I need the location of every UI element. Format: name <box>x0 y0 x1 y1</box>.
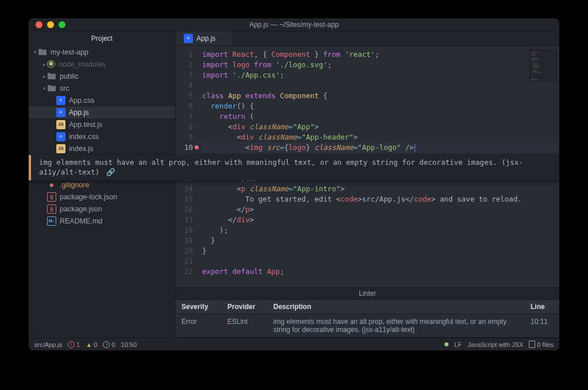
cell-severity: Error <box>176 314 222 338</box>
status-path[interactable]: src/App.js <box>34 341 62 348</box>
js-icon: JS <box>56 120 65 129</box>
lint-tooltip: img elements must have an alt prop, eith… <box>29 155 559 180</box>
cell-provider: ESLint <box>222 314 268 338</box>
window-title: App.js — ~/Sites/my-test-app <box>29 21 559 29</box>
col-provider[interactable]: Provider <box>222 300 268 314</box>
tree-item[interactable]: JSApp.test.js <box>29 118 175 130</box>
editor-window: App.js — ~/Sites/my-test-app Project ▾my… <box>29 18 559 350</box>
tree-item-label: App.js <box>69 109 89 117</box>
cell-description: img elements must have an alt prop, eith… <box>268 314 525 338</box>
linter-table: Severity Provider Description Line Error… <box>176 300 559 338</box>
linter-title: Linter <box>176 288 559 300</box>
code-line[interactable]: <p className="App-intro"> <box>202 184 559 194</box>
code-line[interactable]: class App extends Component { <box>202 91 559 101</box>
js-icon: JS <box>56 144 65 153</box>
code-line[interactable]: </p> <box>202 204 559 215</box>
status-bar: src/App.js !1 ▲0 i0 10:50 LF JavaScript … <box>29 338 559 350</box>
code-line[interactable]: import logo from './logo.svg'; <box>202 60 559 70</box>
maximize-icon[interactable] <box>59 21 65 28</box>
file-icon: ≡ <box>184 34 193 43</box>
tree-item[interactable]: ≡index.css <box>29 130 175 142</box>
css-icon: ≡ <box>56 96 65 105</box>
code-line[interactable]: import React, { Component } from 'react'… <box>202 49 559 60</box>
col-severity[interactable]: Severity <box>176 300 222 314</box>
code-line[interactable]: <div className="App"> <box>202 122 559 132</box>
tree-item[interactable]: {}package-lock.json <box>29 191 175 203</box>
tree-item[interactable]: M↓README.md <box>29 215 175 227</box>
tree-item-label: index.js <box>69 145 93 153</box>
chevron-icon: ▸ <box>41 74 47 79</box>
code-line[interactable]: </div> <box>202 215 559 225</box>
code-line[interactable]: } <box>202 235 559 246</box>
linter-panel: Linter Severity Provider Description Lin… <box>176 287 559 338</box>
tree-item[interactable]: ≡App.css <box>29 94 175 106</box>
code-line[interactable]: } <box>202 246 559 256</box>
code-line[interactable]: return ( <box>202 111 559 122</box>
code-line[interactable]: import './App.css'; <box>202 70 559 80</box>
tree-item[interactable]: ≡App.js <box>29 106 175 118</box>
col-description[interactable]: Description <box>268 300 525 314</box>
tree-item-label: package-lock.json <box>60 193 117 201</box>
status-cursor[interactable]: 10:50 <box>121 341 137 348</box>
json-icon: {} <box>47 204 56 214</box>
tree-item-label: App.css <box>69 96 94 105</box>
css-icon: ≡ <box>56 132 65 141</box>
close-icon[interactable] <box>36 21 42 28</box>
minimize-icon[interactable] <box>47 21 54 28</box>
file-tree[interactable]: ▾my-test-app▸⬢node_modules▸public▾src≡Ap… <box>29 46 175 338</box>
tree-item-label: src <box>60 84 69 92</box>
cell-line: 10:11 <box>525 314 559 338</box>
tab-label: App.js <box>196 34 215 43</box>
code-line[interactable]: ); <box>202 225 559 235</box>
project-header: Project <box>29 31 175 46</box>
tab-bar[interactable]: ≡ App.js <box>176 31 559 46</box>
tab-app-js[interactable]: ≡ App.js <box>176 31 233 45</box>
code-line[interactable] <box>202 256 559 267</box>
code-line[interactable]: export default App; <box>202 267 559 277</box>
code-line[interactable]: render() { <box>202 101 559 111</box>
md-icon: M↓ <box>47 217 56 226</box>
code-line[interactable]: <img src={logo} className="App-logo" /> <box>202 142 559 153</box>
status-git[interactable]: 0 files <box>529 341 554 348</box>
folder-icon <box>47 72 56 81</box>
code-line[interactable]: <div className="App-header"> <box>202 132 559 142</box>
titlebar: App.js — ~/Sites/my-test-app <box>29 18 559 31</box>
status-git-clean <box>444 342 448 346</box>
css-icon: ≡ <box>56 108 65 117</box>
minimap[interactable]: ▬▬ ▬ ▬▬▬▬ ▬ ▬▬▬ ▬ ▬▬ ▬ ▬▬ ▬ ▬▬ ▬▬ ▬▬▬▬ ▬… <box>529 49 557 82</box>
folder-icon <box>38 48 47 57</box>
main-area: ≡ App.js 1234567891013141516171819202122… <box>176 31 559 338</box>
tree-item[interactable]: ◆.gitignore <box>29 179 175 191</box>
status-lang[interactable]: JavaScript with JSX <box>467 341 523 348</box>
status-info[interactable]: i0 <box>103 341 115 348</box>
tree-item-label: package.json <box>60 205 102 213</box>
status-errors[interactable]: !1 <box>68 341 80 348</box>
tree-item[interactable]: ▾my-test-app <box>29 46 175 58</box>
tree-item[interactable]: {}package.json <box>29 203 175 215</box>
error-marker-icon[interactable] <box>195 145 199 149</box>
tree-item[interactable]: ▾src <box>29 82 175 94</box>
chevron-icon: ▾ <box>32 49 38 55</box>
chevron-icon: ▾ <box>41 86 47 91</box>
chevron-icon: ▸ <box>41 61 47 67</box>
tree-item[interactable]: JSindex.js <box>29 142 175 155</box>
code-line[interactable]: To get started, edit <code>src/App.js</c… <box>202 194 559 204</box>
tree-item-label: README.md <box>60 217 102 225</box>
tree-item-label: index.css <box>69 133 99 141</box>
tree-item-label: App.test.js <box>69 121 102 129</box>
tree-item-label: node_modules <box>59 60 106 68</box>
col-line[interactable]: Line <box>525 300 559 314</box>
status-warnings[interactable]: ▲0 <box>86 341 97 348</box>
git-icon: ◆ <box>47 180 56 190</box>
project-sidebar: Project ▾my-test-app▸⬢node_modules▸publi… <box>29 31 176 338</box>
status-eol[interactable]: LF <box>454 341 462 348</box>
file-icon <box>529 341 535 348</box>
tree-item-label: public <box>60 72 79 80</box>
link-icon[interactable]: 🔗 <box>106 168 115 176</box>
tree-item[interactable]: ▸⬢node_modules <box>29 58 175 70</box>
linter-row[interactable]: ErrorESLintimg elements must have an alt… <box>176 314 559 338</box>
code-line[interactable] <box>202 80 559 91</box>
tree-item[interactable]: ▸public <box>29 70 175 82</box>
node-icon: ⬢ <box>47 60 55 68</box>
tree-item-label: .gitignore <box>60 181 89 189</box>
